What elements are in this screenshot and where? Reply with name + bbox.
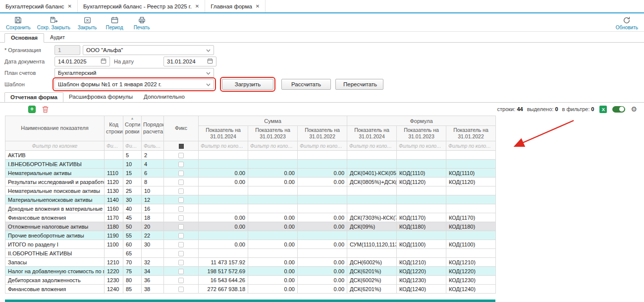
filter-input-sum-2022[interactable]: Фильтр по колонке [300,143,345,149]
fix-checkbox[interactable] [178,180,184,185]
organization-select[interactable]: ООО "Альфа" [83,45,214,55]
filter-input-name[interactable]: Фильтр по колонке [7,143,102,149]
save-button[interactable]: Сохранить [6,16,31,30]
fix-checkbox[interactable] [178,162,184,167]
table-row[interactable]: ИТОГО по разделу I 1100 60 30 0.00 0.00 … [5,240,496,249]
table-row[interactable]: Отложенные налоговые активы 1180 50 20 0… [5,222,496,231]
column-header-sort[interactable]: ▲ Сорти ровки [123,116,142,141]
indicator-name-cell: Финансовые вложения [5,213,105,222]
tab-report-form[interactable]: Отчетная форма [4,92,63,102]
line-code-cell: 1190 [105,231,123,240]
save-close-icon [50,16,58,24]
window-tab-main-form[interactable]: Главная форма ✕ [205,0,266,12]
close-button[interactable]: Закрыть [77,16,98,30]
window-tab-label: Бухгалтерский баланс - Реестр за 2025 г. [83,3,192,9]
calendar-icon[interactable] [207,58,213,65]
close-icon[interactable]: ✕ [256,3,260,9]
filter-input-order[interactable]: Фильтр по колонке [144,143,161,149]
filter-input-code[interactable]: Фильтр по колонке [107,143,121,149]
column-header-code[interactable]: Код строки [105,116,123,141]
refresh-button[interactable]: Обновить [616,16,638,30]
fix-filter-checkbox[interactable] [179,144,184,149]
fix-checkbox[interactable] [178,251,184,256]
formula-2023-cell [397,195,446,204]
load-button[interactable]: Загрузить [222,79,273,90]
table-row[interactable]: Прочие внеоборотные активы 1190 55 22 [5,231,496,240]
excel-export-button[interactable]: X [599,106,607,113]
sum-2022-cell: 0.00 [298,222,347,231]
table-row[interactable]: Финансовые вложения 1170 45 18 0.00 0.00… [5,213,496,222]
table-row[interactable]: Дебиторская задолженность 1230 80 36 16 … [5,276,496,285]
fix-checkbox[interactable] [178,188,184,194]
filter-input-sort[interactable]: Фильтр по колонке [125,143,139,149]
tab-audit[interactable]: Аудит [44,33,71,43]
doc-date-field[interactable]: 14.01.2025 [54,57,110,66]
column-header-formula-2024[interactable]: Показатель на 31.01.2024 [347,126,397,141]
fix-cell [164,285,199,294]
gear-icon[interactable]: ⚙ [631,106,637,113]
table-row[interactable]: I.ВНЕОБОРОТНЫЕ АКТИВЫ 10 4 [5,160,496,169]
calendar-icon[interactable] [101,58,107,65]
table-row[interactable]: Результаты исследований и разработок 112… [5,178,496,186]
chart-of-accounts-select[interactable]: Бухгалтерский [54,68,214,78]
fix-checkbox[interactable] [178,287,184,292]
fix-checkbox[interactable] [178,215,184,221]
tab-main[interactable]: Основная [4,33,44,43]
toggle-switch[interactable] [612,106,625,113]
table-row[interactable]: Запасы 1210 70 32 11 473 157.92 0.00 0.0… [5,258,496,267]
close-icon[interactable]: ✕ [195,3,199,9]
column-header-sum-2024[interactable]: Показатель на 31.01.2024 [199,126,248,141]
filter-input-sum-2024[interactable]: Фильтр по колонке [201,143,246,149]
filter-input-formula-2023[interactable]: Фильтр по колонке [399,143,444,149]
tab-formula-details[interactable]: Расшифровка формулы [63,92,138,102]
close-icon[interactable]: ✕ [68,3,72,9]
printer-icon [138,16,146,24]
column-header-formula-2022[interactable]: Показатель на 31.01.2022 [446,126,496,141]
line-code-cell: 1160 [105,204,123,213]
filter-input-formula-2024[interactable]: Фильтр по колонке [349,143,394,149]
calculate-button[interactable]: Рассчитать [281,79,331,90]
recalculate-button[interactable]: Пересчитать [335,79,383,90]
delete-row-button[interactable] [42,106,49,113]
table-row[interactable]: Налог на добавленную стоимость по пр... … [5,267,496,276]
column-header-order[interactable]: Порядок расчета [142,116,164,141]
fix-checkbox[interactable] [178,153,184,158]
fix-checkbox[interactable] [178,233,184,239]
window-tab-registry[interactable]: Бухгалтерский баланс - Реестр за 2025 г.… [78,0,205,12]
column-header-formula-2023[interactable]: Показатель на 31.01.2023 [397,126,446,141]
table-row[interactable]: II.ОБОРОТНЫЕ АКТИВЫ 65 [5,249,496,258]
filter-input-sum-2023[interactable]: Фильтр по колонке [250,143,295,149]
add-row-button[interactable]: + [28,106,36,113]
line-code-cell: 1130 [105,186,123,195]
column-header-sum-2022[interactable]: Показатель на 31.01.2022 [298,126,347,141]
table-row[interactable]: Финансовые вложения 1240 85 38 272 667 9… [5,285,496,294]
sum-2023-cell [248,195,298,204]
table-row[interactable]: Материальныепоисковые активы 1140 30 12 [5,195,496,204]
fix-checkbox[interactable] [178,197,184,203]
on-date-field[interactable]: 31.01.2024 [163,57,216,66]
fix-checkbox[interactable] [178,224,184,230]
table-row[interactable]: АКТИВ 5 2 [5,151,496,160]
column-header-name[interactable]: Наименование показателя [5,116,105,141]
table-row[interactable]: Нематериальные поисковые активы 1130 25 … [5,186,496,195]
rows-count-stat: строки: 44 [497,106,523,112]
column-header-sum-2023[interactable]: Показатель на 31.01.2023 [248,126,298,141]
window-tab-balance[interactable]: Бухгалтерский баланс ✕ [0,0,78,12]
formula-2024-cell: ДСК(0805%)+ДСК(08... [347,178,397,186]
table-row[interactable]: Нематериальные активы 1110 15 6 0.00 0.0… [5,169,496,178]
print-button[interactable]: Печать [131,16,152,30]
fix-checkbox[interactable] [178,269,184,274]
fix-checkbox[interactable] [178,278,184,283]
fix-checkbox[interactable] [178,242,184,247]
period-button[interactable]: Период [104,16,125,30]
template-select[interactable]: Шаблон формы №1 от 1 января 2022 г. [54,79,214,89]
fix-checkbox[interactable] [178,206,184,212]
table-row[interactable]: Доходные вложения в материальные ц... 11… [5,204,496,213]
column-header-fix[interactable]: Фикс [164,116,199,141]
fix-checkbox[interactable] [178,260,184,265]
save-close-button[interactable]: Сохр. Закрыть [37,16,70,30]
fix-checkbox[interactable] [178,171,184,176]
tab-additional[interactable]: Дополнительно [138,92,190,102]
filter-input-formula-2022[interactable]: Фильтр по колонке [448,143,493,149]
sum-2023-cell [248,231,298,240]
